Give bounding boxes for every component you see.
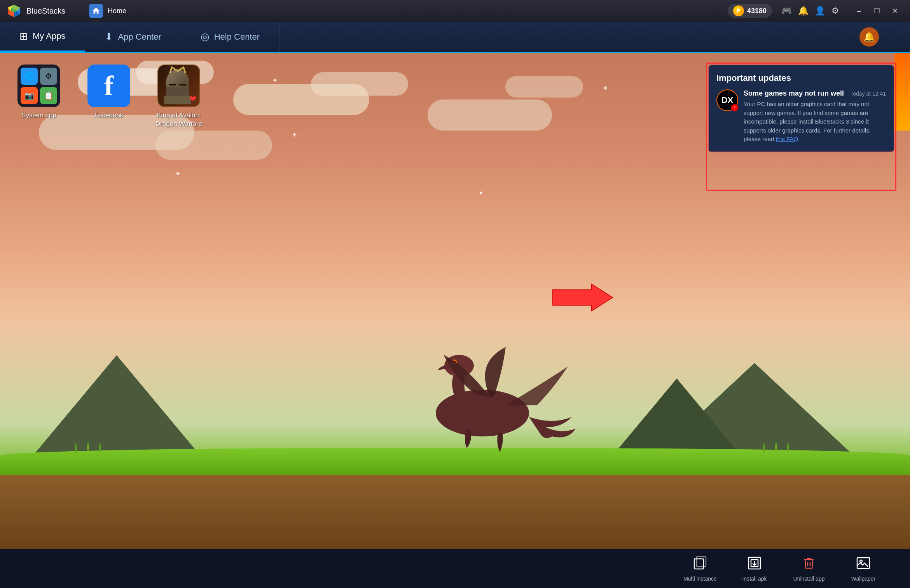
camera-sub-icon: 📷 (21, 87, 38, 104)
notification-button[interactable]: 🔔 (859, 27, 879, 47)
controller-icon[interactable]: 🎮 (781, 6, 792, 16)
arrow-indicator (552, 282, 615, 320)
notification-content: Some games may not run well Today at 12:… (744, 89, 886, 144)
install-apk-icon (747, 556, 762, 572)
nav-bar: ⊞ My Apps ⬇ App Center ◎ Help Center 🔔 (0, 22, 910, 53)
king-of-avalon-label: King of Avalon: Dragon Warfare (155, 111, 202, 128)
bell-icon[interactable]: 🔔 (798, 6, 809, 16)
svg-point-10 (436, 390, 529, 436)
bluestacks-logo (6, 3, 22, 19)
uninstall-app-icon (802, 556, 816, 572)
cloud-7 (428, 99, 552, 131)
svg-rect-16 (166, 87, 189, 96)
notif-icon: 🔔 (863, 31, 875, 42)
desktop-icons: 🌐 ⚙ 📷 📋 System app f Facebook (12, 65, 206, 128)
svg-rect-19 (164, 96, 191, 104)
grass-left (70, 442, 105, 454)
coin-icon: ₱ (733, 5, 744, 16)
app-name: BlueStacks (26, 7, 65, 16)
grid-icon: ⊞ (19, 30, 28, 42)
facebook-icon[interactable]: f Facebook (82, 65, 136, 120)
notification-title: Important updates (716, 73, 886, 83)
notification-header: Some games may not run well Today at 12:… (744, 89, 886, 98)
svg-rect-18 (179, 84, 186, 85)
dx-icon: DX (721, 95, 734, 105)
sparkle-3: ✦ (175, 169, 181, 178)
settings-icon[interactable]: ⚙ (831, 6, 839, 16)
king-heart-badge: ❤ (189, 94, 196, 104)
dragon-container (397, 335, 591, 460)
sparkle-2: ✦ (292, 131, 297, 139)
home-label: Home (108, 7, 126, 15)
close-button[interactable]: ✕ (886, 4, 904, 18)
help-center-nav[interactable]: ◎ Help Center (181, 22, 279, 52)
svg-rect-17 (169, 84, 176, 85)
title-bar: BlueStacks Home ₱ 43180 🎮 🔔 👤 ⚙ – ☐ ✕ (0, 0, 910, 22)
cloud-4 (311, 72, 408, 96)
title-divider (81, 5, 81, 17)
svg-rect-21 (697, 557, 706, 567)
system-app-label: System app (21, 111, 56, 120)
gear-sub-icon: ⚙ (40, 68, 57, 85)
notification-badge: ! (731, 104, 738, 111)
my-apps-label: My Apps (33, 31, 65, 41)
my-apps-nav[interactable]: ⊞ My Apps (0, 22, 85, 52)
svg-point-28 (860, 560, 862, 562)
king-of-avalon-image: ❤ (157, 65, 200, 107)
notification-time: Today at 12:41 (850, 91, 886, 97)
multi-instance-button[interactable]: Multi instance (677, 553, 723, 585)
wallpaper-icon (856, 556, 871, 572)
system-app-image: 🌐 ⚙ 📷 📋 (17, 65, 60, 107)
uninstall-app-button[interactable]: Uninstall app (786, 553, 832, 585)
svg-marker-14 (552, 284, 613, 311)
system-app-icon[interactable]: 🌐 ⚙ 📷 📋 System app (12, 65, 66, 120)
help-center-label: Help Center (214, 32, 260, 42)
multi-instance-icon (693, 556, 707, 572)
sparkle-5: ✦ (603, 84, 608, 92)
home-icon-wrap (89, 4, 103, 18)
help-icon: ◎ (201, 31, 210, 43)
king-of-avalon-icon[interactable]: ❤ King of Avalon: Dragon Warfare (152, 65, 206, 128)
minimize-button[interactable]: – (850, 4, 868, 18)
bottom-taskbar: Multi instance Install apk Uninstall app (0, 549, 910, 588)
faq-link[interactable]: this FAQ (776, 136, 798, 142)
cloud-8 (505, 76, 583, 98)
install-apk-button[interactable]: Install apk (731, 553, 778, 585)
facebook-label: Facebook (94, 111, 124, 120)
side-decoration (894, 53, 910, 131)
wallpaper-button[interactable]: Wallpaper (840, 553, 887, 585)
list-sub-icon: 📋 (40, 87, 57, 104)
title-icons: 🎮 🔔 👤 ⚙ (781, 6, 839, 16)
home-icon (92, 7, 100, 15)
window-controls: – ☐ ✕ (850, 4, 904, 18)
coin-section[interactable]: ₱ 43180 (728, 4, 772, 18)
notification-body: Your PC has an older graphics card that … (744, 100, 886, 144)
globe-sub-icon: 🌐 (21, 68, 38, 85)
maximize-button[interactable]: ☐ (868, 4, 886, 18)
svg-rect-20 (694, 559, 704, 569)
main-content: ✦ ✦ ✦ ✦ ✦ (0, 53, 910, 549)
wallpaper-label: Wallpaper (851, 576, 876, 582)
notification-app-icon: DX ! (716, 89, 738, 111)
uninstall-app-label: Uninstall app (793, 576, 825, 582)
notification-popup: Important updates DX ! Some games may no… (708, 65, 894, 152)
notification-item: DX ! Some games may not run well Today a… (716, 89, 886, 144)
ground-brown (0, 475, 910, 549)
sparkle-1: ✦ (272, 76, 278, 85)
facebook-image: f (87, 65, 130, 107)
cloud-6 (155, 131, 272, 160)
coin-amount: 43180 (747, 7, 767, 15)
download-icon: ⬇ (105, 31, 113, 43)
account-icon[interactable]: 👤 (815, 6, 825, 16)
app-center-label: App Center (118, 32, 161, 42)
multi-instance-label: Multi instance (683, 576, 717, 582)
grass-right (758, 442, 793, 454)
install-apk-label: Install apk (742, 576, 767, 582)
notification-message-title: Some games may not run well (744, 89, 844, 98)
sparkle-4: ✦ (478, 189, 484, 197)
app-center-nav[interactable]: ⬇ App Center (85, 22, 181, 52)
